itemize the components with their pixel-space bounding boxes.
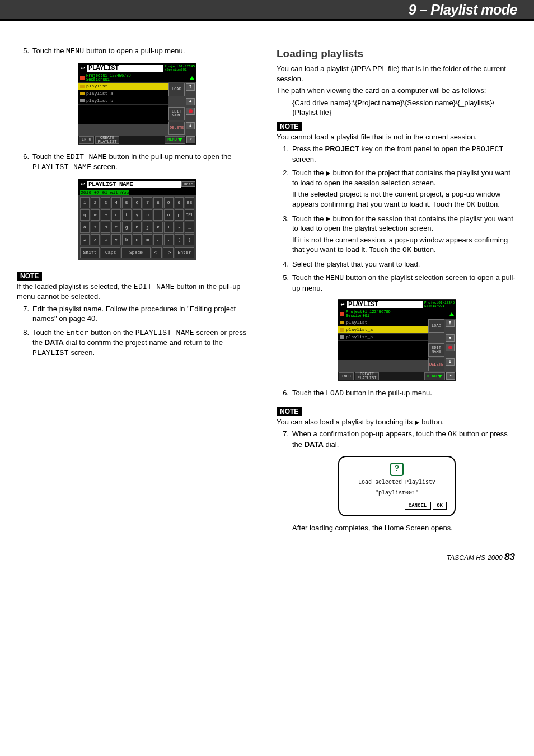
keyboard-key[interactable]: o xyxy=(164,209,174,221)
keyboard-key[interactable]: u xyxy=(143,209,152,221)
keyboard-key[interactable]: BS xyxy=(185,197,194,208)
enter-key[interactable]: Enter xyxy=(175,247,194,258)
keyboard-key[interactable]: 7 xyxy=(143,197,152,208)
ok-button[interactable]: OK xyxy=(433,502,447,510)
folder-icon xyxy=(340,328,344,332)
text-entry[interactable]: 2010-07-01_withYou xyxy=(78,189,196,195)
text: When a confirmation pop-up appears, touc… xyxy=(292,430,448,438)
list-item[interactable]: playlist_b xyxy=(338,333,428,340)
keyboard-key[interactable]: z xyxy=(80,234,90,245)
menu-button[interactable]: MENU xyxy=(165,136,185,144)
delete-button[interactable]: DELETE xyxy=(168,122,185,135)
keyboard-key[interactable]: 5 xyxy=(122,197,132,208)
scroll-top-icon[interactable]: ⤒ xyxy=(186,83,195,91)
keyboard-key[interactable]: c xyxy=(101,234,110,245)
edit-name-button[interactable]: EDITNAME xyxy=(168,107,185,120)
back-icon[interactable]: ↩ xyxy=(78,65,87,72)
list-item[interactable]: playlist_a xyxy=(338,326,428,333)
keyboard-key[interactable]: s xyxy=(91,222,100,233)
path-line: Session001 xyxy=(346,314,448,318)
keyboard-key[interactable]: x xyxy=(91,234,100,245)
keyboard-key[interactable]: 2 xyxy=(91,197,100,208)
keyboard-key[interactable]: 3 xyxy=(101,197,110,208)
up-arrow-icon[interactable] xyxy=(190,76,194,80)
keyboard-key[interactable]: l xyxy=(164,222,174,233)
sort-icon[interactable]: ◆ xyxy=(446,334,455,342)
keyboard-key[interactable]: v xyxy=(111,234,121,245)
keyboard-key[interactable]: . xyxy=(164,234,174,245)
keyboard-key[interactable]: 6 xyxy=(133,197,142,208)
keyboard-key[interactable]: h xyxy=(133,222,142,233)
keyboard-key[interactable]: p xyxy=(175,209,184,221)
space-key[interactable]: Space xyxy=(121,247,151,258)
keyboard-key[interactable]: 1 xyxy=(80,197,90,208)
keyboard-key[interactable]: m xyxy=(143,234,152,245)
create-playlist-button[interactable]: CREATEPLAYLIST xyxy=(95,136,120,144)
keyboard-key[interactable]: n xyxy=(133,234,142,245)
menu-button[interactable]: MENU xyxy=(424,372,445,380)
list-item[interactable]: playlist xyxy=(78,82,168,90)
record-icon[interactable] xyxy=(186,108,195,115)
back-icon[interactable]: ↩ xyxy=(78,180,87,188)
step-8: 8. Touch the Enter button on the PLAYLIS… xyxy=(17,328,257,360)
list-item[interactable]: playlist xyxy=(338,319,428,326)
date-button[interactable]: Date xyxy=(181,181,195,187)
keyboard-key[interactable]: y xyxy=(133,209,142,221)
info-button[interactable]: INFO xyxy=(339,372,354,380)
record-icon[interactable] xyxy=(446,344,455,351)
load-button[interactable]: LOAD xyxy=(428,319,444,333)
right-key[interactable]: -> xyxy=(163,247,174,258)
text: Touch the xyxy=(292,214,326,223)
keyboard-key[interactable]: k xyxy=(153,222,163,233)
content-columns: 5. Touch the MENU button to open a pull-… xyxy=(0,21,534,546)
keyboard-key[interactable]: t xyxy=(122,209,132,221)
keyboard-key[interactable]: 4 xyxy=(111,197,121,208)
keyboard-key[interactable]: g xyxy=(122,222,132,233)
step-r2: 2. Touch the button for the project that… xyxy=(277,168,517,211)
keyboard-key[interactable]: r xyxy=(111,209,121,221)
list-item[interactable]: playlist_a xyxy=(78,90,168,97)
scroll-bottom-icon[interactable]: ⤓ xyxy=(446,358,455,366)
scroll-bottom-icon[interactable]: ⤓ xyxy=(186,122,195,129)
keyboard-key[interactable]: b xyxy=(122,234,132,245)
keyboard-key[interactable]: [ xyxy=(175,234,184,245)
caps-key[interactable]: Caps xyxy=(101,247,120,258)
keyboard-key[interactable]: j xyxy=(143,222,152,233)
keyboard-key[interactable]: q xyxy=(80,209,90,221)
keyboard-key[interactable]: w xyxy=(91,209,100,221)
note-text: You can also load a playlist by touching… xyxy=(277,417,517,427)
step-number: 6. xyxy=(277,388,292,400)
keyboard-key[interactable]: 0 xyxy=(175,197,184,208)
close-icon[interactable]: ▾ xyxy=(446,372,455,380)
create-playlist-button[interactable]: CREATEPLAYLIST xyxy=(355,372,380,380)
keyboard-key[interactable]: 9 xyxy=(164,197,174,208)
keyboard-key[interactable]: - xyxy=(175,222,184,233)
fig-title: PLAYLIST NAME xyxy=(87,181,181,188)
list-item[interactable]: playlist_b xyxy=(78,97,168,104)
delete-button[interactable]: DELETE xyxy=(428,358,444,371)
scroll-top-icon[interactable]: ⤒ xyxy=(446,320,455,327)
keyboard-key[interactable]: , xyxy=(153,234,163,245)
back-icon[interactable]: ↩ xyxy=(338,301,347,308)
info-button[interactable]: INFO xyxy=(79,136,94,144)
bold: DATA xyxy=(45,338,64,347)
keyboard-key[interactable]: e xyxy=(101,209,110,221)
breadcrumb: Project01-12345/Session001 xyxy=(163,65,196,72)
keyboard-key[interactable]: d xyxy=(101,222,110,233)
sort-icon[interactable]: ◆ xyxy=(186,98,195,105)
keyboard-key[interactable]: _ xyxy=(185,222,194,233)
left-key[interactable]: <- xyxy=(152,247,162,258)
keyboard-key[interactable]: 8 xyxy=(153,197,163,208)
keyboard-key[interactable]: DEL xyxy=(185,209,194,221)
keyboard-key[interactable]: ] xyxy=(185,234,194,245)
keyboard-key[interactable]: i xyxy=(153,209,163,221)
close-icon[interactable]: ▾ xyxy=(186,136,195,143)
edit-name-button[interactable]: EDITNAME xyxy=(428,343,444,357)
load-button[interactable]: LOAD xyxy=(168,83,185,96)
figure-playlist-2: ↩ PLAYLIST Project01-12345Session001 Pro… xyxy=(277,299,517,381)
up-arrow-icon[interactable] xyxy=(449,312,454,316)
shift-key[interactable]: Shift xyxy=(80,247,100,258)
cancel-button[interactable]: CANCEL xyxy=(405,502,430,510)
keyboard-key[interactable]: a xyxy=(80,222,90,233)
keyboard-key[interactable]: f xyxy=(111,222,121,233)
